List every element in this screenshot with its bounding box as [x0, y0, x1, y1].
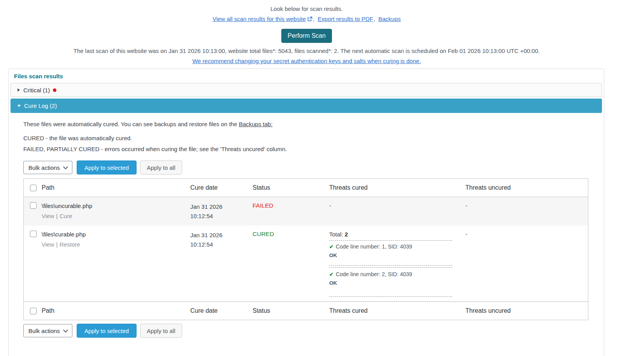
table-row-uncurable: \files\uncurable.php View|Cure Jan 31 20… — [24, 197, 588, 226]
cure-date-line2: 10:12:54 — [190, 211, 253, 221]
header-threats-uncured: Threats uncured — [465, 184, 589, 191]
footer-path: Path — [42, 307, 190, 314]
action-separator: | — [56, 213, 58, 219]
header-cure-date: Cure date — [190, 184, 253, 191]
change-keys-link[interactable]: We recommend changing your secret authen… — [192, 58, 421, 64]
threats-total-label: Total: — [329, 231, 343, 238]
select-all-checkbox[interactable] — [30, 185, 37, 191]
recommendation-row: We recommend changing your secret authen… — [0, 58, 613, 64]
threat-entry: ✔Code line number: 1, SID: 4039 — [329, 243, 452, 250]
cure-date-cell: Jan 31 2026 10:12:54 — [190, 197, 253, 226]
apply-to-selected-button[interactable]: Apply to selected — [77, 160, 137, 174]
scan-header-section: Look below for scan results. View all sc… — [0, 0, 613, 64]
file-path: \files\curable.php — [42, 231, 190, 238]
bulk-actions-select[interactable]: Bulk actions — [23, 324, 72, 337]
bulk-actions-select[interactable]: Bulk actions — [23, 161, 72, 174]
caret-down-icon — [18, 105, 21, 107]
link-separator: , — [374, 16, 375, 22]
row-checkbox[interactable] — [30, 231, 37, 237]
footer-threats-uncured: Threats uncured — [465, 307, 589, 314]
apply-to-all-button[interactable]: Apply to all — [140, 324, 182, 338]
threats-uncured-cell: - — [465, 197, 589, 213]
backups-tab-link[interactable]: Backups tab: — [239, 121, 273, 127]
critical-dot-icon — [53, 88, 56, 92]
bulk-toolbar-bottom: Bulk actions Apply to selected Apply to … — [23, 324, 597, 338]
threats-cured-cell: Total:2 ✔Code line number: 1, SID: 4039 … — [329, 226, 465, 301]
caret-right-icon — [18, 88, 20, 92]
dashed-divider — [329, 240, 452, 241]
legend-cured: CURED - the file was automatically cured… — [23, 134, 597, 142]
bulk-toolbar-top: Bulk actions Apply to selected Apply to … — [23, 160, 597, 174]
table-row-curable: \files\curable.php View|Restore Jan 31 2… — [24, 226, 588, 301]
cure-log-table: Path Cure date Status Threats cured Thre… — [23, 178, 588, 320]
cure-log-accordion-label: Cure Log (2) — [24, 102, 57, 109]
cure-date-line1: Jan 31 2026 — [190, 231, 253, 240]
backups-link[interactable]: Backups — [378, 16, 401, 22]
intro-text: Look below for scan results. — [0, 5, 613, 12]
critical-accordion-label: Critical (1) — [23, 87, 50, 93]
file-path: \files\uncurable.php — [42, 202, 190, 210]
files-scan-results-panel: Files scan results Critical (1) Cure Log… — [8, 69, 604, 356]
header-threats-cured: Threats cured — [329, 184, 465, 191]
status-cured: CURED — [253, 226, 329, 242]
select-all-checkbox[interactable] — [30, 308, 37, 314]
footer-threats-cured: Threats cured — [329, 307, 465, 314]
table-header-row: Path Cure date Status Threats cured Thre… — [24, 179, 588, 197]
threat-entry-text: Code line number: 1, SID: 4039 — [336, 243, 412, 250]
restore-link[interactable]: Restore — [60, 241, 80, 248]
header-path: Path — [42, 184, 190, 191]
view-link[interactable]: View — [42, 213, 54, 219]
threat-entry: ✔Code line number: 2, SID: 4039 — [329, 271, 452, 277]
export-pdf-link[interactable]: Export results to PDF — [318, 16, 373, 22]
accordion-cure-log[interactable]: Cure Log (2) — [11, 99, 602, 113]
description-text: These files were automatically cured. Yo… — [23, 121, 239, 127]
chevron-down-icon — [63, 164, 68, 169]
apply-to-selected-button[interactable]: Apply to selected — [77, 324, 137, 338]
threats-total: Total:2 — [329, 231, 452, 238]
apply-to-all-button[interactable]: Apply to all — [140, 160, 182, 174]
view-link[interactable]: View — [42, 241, 54, 248]
chevron-down-icon — [63, 328, 68, 333]
bulk-actions-label: Bulk actions — [28, 164, 60, 171]
status-failed: FAILED — [253, 197, 329, 214]
cure-date-line1: Jan 31 2026 — [190, 202, 253, 211]
view-all-results-link[interactable]: View all scan results for this website — [212, 16, 306, 22]
threats-total-value: 2 — [345, 231, 348, 238]
accordion-critical[interactable]: Critical (1) — [11, 83, 602, 97]
cure-date-line2: 10:12:54 — [190, 240, 253, 249]
action-separator: | — [56, 241, 58, 248]
threats-uncured-cell: - — [465, 226, 589, 242]
footer-status: Status — [253, 307, 329, 314]
double-dashed-divider — [329, 265, 452, 268]
threat-entry-text: Code line number: 2, SID: 4039 — [336, 271, 412, 277]
threat-entry-result: OK — [329, 280, 452, 286]
threat-entry-result: OK — [329, 252, 452, 258]
table-footer-row: Path Cure date Status Threats cured Thre… — [24, 301, 588, 320]
footer-cure-date: Cure date — [190, 307, 253, 314]
legend-failed: FAILED, PARTIALLY CURED - errors occurre… — [23, 145, 597, 153]
row-checkbox[interactable] — [30, 202, 37, 209]
dashed-divider — [329, 296, 452, 297]
checkmark-icon: ✔ — [329, 244, 333, 250]
checkmark-icon: ✔ — [329, 271, 333, 277]
threats-cured-cell: - — [329, 197, 465, 213]
bulk-actions-label: Bulk actions — [28, 328, 60, 334]
row-actions: View|Restore — [42, 241, 190, 248]
cure-date-cell: Jan 31 2026 10:12:54 — [190, 226, 253, 254]
perform-scan-button[interactable]: Perform Scan — [281, 29, 332, 43]
cure-log-body: These files were automatically cured. Yo… — [11, 115, 602, 338]
row-actions: View|Cure — [42, 213, 190, 219]
panel-title: Files scan results — [14, 73, 602, 79]
last-scan-summary: The last scan of this website was on Jan… — [0, 48, 613, 54]
link-separator: , — [313, 16, 314, 22]
cure-link[interactable]: Cure — [60, 213, 72, 219]
cure-log-description: These files were automatically cured. Yo… — [23, 121, 597, 127]
header-status: Status — [253, 184, 329, 191]
external-link-icon — [307, 16, 312, 23]
scan-links-row: View all scan results for this website, … — [0, 16, 613, 23]
